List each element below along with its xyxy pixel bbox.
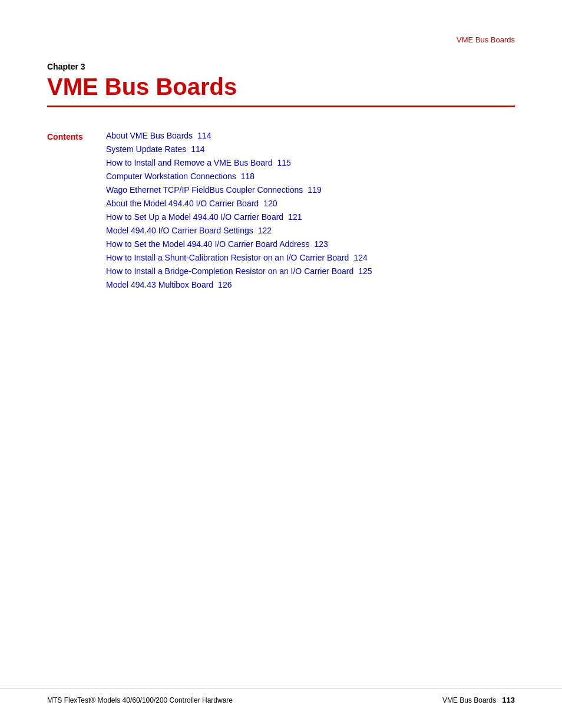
toc-page-0: 114	[197, 131, 211, 140]
toc-link-9[interactable]: How to Install a Shunt-Calibration Resis…	[106, 253, 349, 262]
toc-page-10: 125	[358, 266, 372, 276]
toc-link-11[interactable]: Model 494.43 Multibox Board	[106, 280, 213, 289]
toc-page-9: 124	[353, 253, 367, 262]
toc-item: About the Model 494.40 I/O Carrier Board…	[106, 199, 515, 208]
chapter-section: Chapter 3 VME Bus Boards	[0, 50, 562, 107]
toc-item: System Update Rates114	[106, 144, 515, 154]
toc-item: Model 494.43 Multibox Board126	[106, 280, 515, 289]
toc-item: How to Set the Model 494.40 I/O Carrier …	[106, 239, 515, 249]
toc-link-0[interactable]: About VME Bus Boards	[106, 131, 193, 140]
toc-page-5: 120	[263, 199, 277, 208]
footer-right-title: VME Bus Boards	[442, 696, 496, 704]
toc-item: About VME Bus Boards114	[106, 131, 515, 140]
toc-page-7: 122	[258, 226, 272, 235]
footer-page-number: 113	[502, 696, 515, 704]
toc-link-6[interactable]: How to Set Up a Model 494.40 I/O Carrier…	[106, 212, 283, 222]
toc-list: About VME Bus Boards114System Update Rat…	[106, 131, 515, 289]
toc-link-10[interactable]: How to Install a Bridge-Completion Resis…	[106, 266, 353, 276]
toc-item: Model 494.40 I/O Carrier Board Settings1…	[106, 226, 515, 235]
footer-right: VME Bus Boards 113	[442, 696, 515, 704]
toc-item: How to Install a Bridge-Completion Resis…	[106, 266, 515, 276]
toc-link-5[interactable]: About the Model 494.40 I/O Carrier Board	[106, 199, 259, 208]
toc-item: How to Install and Remove a VME Bus Boar…	[106, 158, 515, 167]
toc-item: Wago Ethernet TCP/IP FieldBus Coupler Co…	[106, 185, 515, 195]
toc-page-3: 118	[241, 172, 254, 181]
chapter-divider	[47, 106, 515, 107]
toc-item: How to Install a Shunt-Calibration Resis…	[106, 253, 515, 262]
toc-link-4[interactable]: Wago Ethernet TCP/IP FieldBus Coupler Co…	[106, 185, 303, 195]
toc-page-4: 119	[308, 185, 321, 195]
toc-page-8: 123	[315, 239, 328, 249]
toc-item: How to Set Up a Model 494.40 I/O Carrier…	[106, 212, 515, 222]
toc-link-3[interactable]: Computer Workstation Connections	[106, 172, 236, 181]
footer-left-text: MTS FlexTest® Models 40/60/100/200 Contr…	[47, 696, 233, 704]
contents-section: Contents About VME Bus Boards114System U…	[0, 125, 562, 289]
toc-link-2[interactable]: How to Install and Remove a VME Bus Boar…	[106, 158, 272, 167]
page-container: VME Bus Boards Chapter 3 VME Bus Boards …	[0, 0, 562, 728]
toc-page-6: 121	[288, 212, 302, 222]
page-header: VME Bus Boards	[0, 0, 562, 50]
toc-link-7[interactable]: Model 494.40 I/O Carrier Board Settings	[106, 226, 253, 235]
contents-label: Contents	[47, 131, 106, 289]
toc-item: Computer Workstation Connections118	[106, 172, 515, 181]
toc-link-8[interactable]: How to Set the Model 494.40 I/O Carrier …	[106, 239, 310, 249]
toc-link-1[interactable]: System Update Rates	[106, 144, 186, 154]
chapter-title: VME Bus Boards	[47, 74, 515, 100]
toc-page-1: 114	[191, 144, 204, 154]
header-chapter-title: VME Bus Boards	[457, 35, 515, 44]
chapter-label: Chapter 3	[47, 62, 515, 71]
toc-page-11: 126	[218, 280, 232, 289]
page-footer: MTS FlexTest® Models 40/60/100/200 Contr…	[0, 688, 562, 704]
toc-page-2: 115	[277, 158, 290, 167]
